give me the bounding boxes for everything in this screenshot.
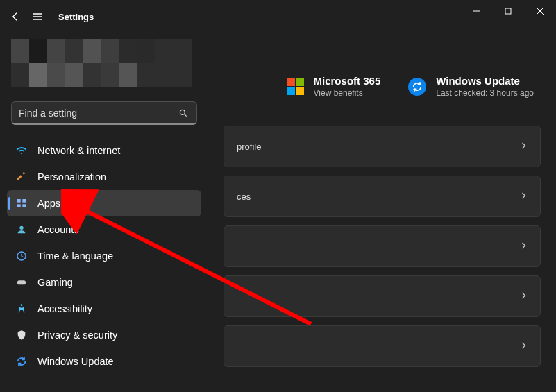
update-icon [15, 355, 28, 368]
sidebar-item-label: Network & internet [37, 145, 120, 156]
svg-point-6 [19, 226, 23, 230]
maximize-button[interactable] [492, 0, 524, 22]
tile-title: Windows Update [436, 75, 534, 87]
sidebar-item-label: Apps [37, 198, 60, 209]
shield-icon [15, 329, 28, 341]
settings-card[interactable] [224, 325, 541, 367]
settings-card[interactable] [224, 275, 541, 317]
microsoft-logo-icon [287, 78, 304, 95]
chevron-right-icon [519, 241, 528, 252]
svg-rect-8 [17, 280, 26, 284]
nav-list: Network & internetPersonalizationAppsAcc… [0, 135, 208, 377]
sidebar-item-apps[interactable]: Apps [7, 190, 201, 216]
gamepad-icon [15, 276, 28, 289]
brush-icon [15, 171, 28, 183]
sidebar-item-time[interactable]: Time & language [7, 243, 201, 269]
svg-rect-2 [17, 199, 21, 203]
sidebar-item-label: Gaming [37, 277, 73, 288]
sidebar-item-gaming[interactable]: Gaming [7, 269, 201, 296]
sidebar-item-accounts[interactable]: Accounts [7, 216, 201, 243]
wifi-icon [15, 144, 28, 157]
window-title: Settings [58, 12, 94, 22]
sidebar-item-label: Privacy & security [37, 330, 117, 341]
sidebar-item-label: Accessibility [37, 303, 92, 314]
settings-card[interactable]: ces [224, 176, 541, 217]
window-controls [460, 0, 556, 22]
sidebar-item-wu[interactable]: Windows Update [7, 348, 201, 375]
chevron-right-icon [519, 142, 528, 152]
card-label: profile [237, 142, 261, 152]
sidebar: Find a setting Network & internetPersona… [0, 33, 208, 377]
sidebar-item-accessibility[interactable]: Accessibility [7, 296, 201, 322]
apps-icon [15, 197, 28, 210]
search-icon [177, 107, 189, 119]
sidebar-item-network[interactable]: Network & internet [7, 137, 201, 164]
svg-rect-4 [17, 204, 21, 207]
svg-rect-3 [22, 199, 26, 203]
accessibility-icon [15, 302, 28, 315]
tile-windows-update[interactable]: Windows Update Last checked: 3 hours ago [408, 75, 534, 98]
update-icon [408, 78, 426, 96]
clock-icon [15, 250, 28, 262]
svg-rect-5 [22, 204, 26, 207]
svg-point-1 [180, 110, 185, 114]
tile-subtitle: View benefits [314, 88, 381, 98]
minimize-button[interactable] [460, 0, 492, 22]
sidebar-item-label: Windows Update [37, 356, 114, 367]
main-content: Microsoft 365 View benefits Windows Upda… [208, 33, 556, 392]
svg-point-9 [21, 304, 23, 306]
tile-title: Microsoft 365 [314, 75, 381, 87]
settings-card[interactable] [224, 225, 541, 267]
sidebar-item-label: Personalization [37, 171, 106, 182]
sidebar-item-privacy[interactable]: Privacy & security [7, 322, 201, 348]
search-input[interactable]: Find a setting [11, 101, 197, 125]
settings-card[interactable]: profile [224, 126, 541, 167]
back-button[interactable] [8, 10, 22, 24]
close-button[interactable] [524, 0, 556, 22]
avatar-blurred [11, 39, 192, 87]
account-block[interactable] [0, 33, 208, 93]
svg-rect-0 [505, 8, 511, 14]
tile-subtitle: Last checked: 3 hours ago [436, 88, 534, 98]
sidebar-item-label: Time & language [37, 250, 113, 262]
chevron-right-icon [519, 341, 528, 352]
tile-microsoft-365[interactable]: Microsoft 365 View benefits [287, 75, 381, 98]
chevron-right-icon [519, 191, 528, 202]
search-placeholder: Find a setting [19, 108, 177, 119]
chevron-right-icon [519, 291, 528, 302]
sidebar-item-personalization[interactable]: Personalization [7, 164, 201, 190]
person-icon [15, 223, 28, 236]
cards-list: profileces [224, 126, 541, 367]
card-label: ces [237, 191, 251, 202]
sidebar-item-label: Accounts [37, 224, 79, 235]
menu-icon[interactable] [31, 10, 44, 24]
